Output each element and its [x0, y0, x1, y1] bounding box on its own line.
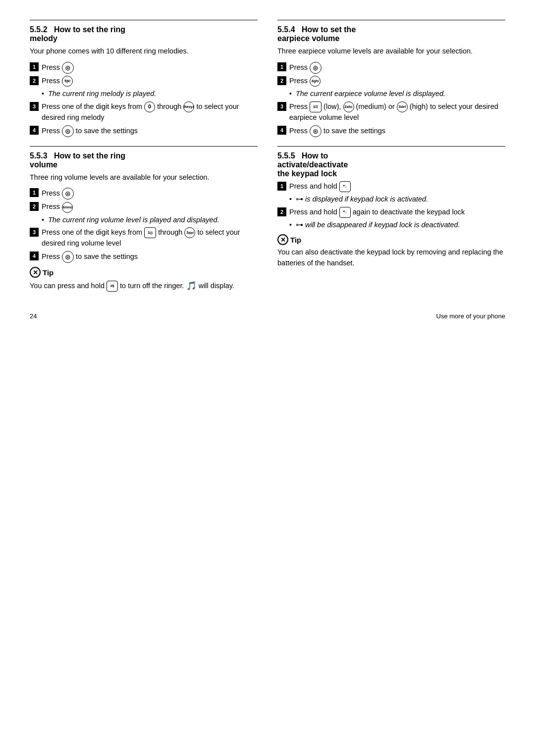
- left-column: 5.5.2 How to set the ringmelody Your pho…: [30, 20, 258, 293]
- bullet-text: ⊶ will be disappeared if keypad lock is …: [296, 220, 460, 231]
- nav-key-icon: ⊛: [62, 62, 74, 74]
- divider-554: [277, 20, 505, 20]
- section-title-552: 5.5.2 How to set the ringmelody: [30, 25, 258, 43]
- tip-555: ✕ Tip You can also deactivate the keypad…: [277, 234, 505, 269]
- section-num-553: 5.5.3: [30, 151, 48, 160]
- bullet-text: ⊶ is displayed if keypad lock is activat…: [296, 194, 428, 205]
- key-star-icon: *○: [339, 181, 351, 192]
- steps-552: 1 Press ⊛ 2 Press 5jkl • The current rin…: [30, 62, 258, 137]
- step-item: 2 Press and hold *○ again to deactivate …: [277, 207, 505, 218]
- key-star2-icon: *○: [339, 207, 351, 218]
- step-item: 1 Press ⊛: [30, 62, 258, 74]
- step-content: Press and hold *○ again to deactivate th…: [289, 207, 505, 218]
- ringer-off-icon: 🎵: [186, 281, 197, 291]
- key-1-icon: 1⊡: [310, 101, 321, 112]
- step-item: 3 Press one of the digit keys from 1⊡ th…: [30, 227, 258, 249]
- key-2-icon: 2abc: [343, 101, 354, 112]
- tip-icon-555: ✕: [277, 234, 288, 245]
- bullet-dot: •: [42, 215, 44, 225]
- step-content: Press ⊛: [289, 62, 505, 74]
- step-content: Press 1⊡ (low), 2abc (medium) or 3def (h…: [289, 101, 505, 123]
- step-num: 1: [277, 62, 286, 71]
- step-content: Press 4ghi: [289, 76, 505, 87]
- lock-icon: ⊶: [296, 195, 303, 203]
- bullet-item: • The current earpiece volume level is d…: [289, 89, 505, 100]
- steps-553: 1 Press ⊛ 2 Press 6mno • The current rin…: [30, 188, 258, 263]
- bullet-item: • ⊶ is displayed if keypad lock is activ…: [289, 194, 505, 205]
- bullet-text: The current earpiece volume level is dis…: [296, 89, 445, 100]
- step-content: Press ⊛ to save the settings: [289, 125, 505, 137]
- step-content: Press ⊛: [42, 62, 258, 74]
- bullet-item: • The current ring volume level is playe…: [42, 215, 258, 226]
- key-4-icon: 4ghi: [310, 76, 321, 87]
- step-item: 3 Press 1⊡ (low), 2abc (medium) or 3def …: [277, 101, 505, 123]
- step-item: 1 Press and hold *○: [277, 181, 505, 192]
- section-title-553: 5.5.3 How to set the ringvolume: [30, 151, 258, 169]
- step-num: 3: [30, 102, 39, 111]
- page-footer: 24 Use more of your phone: [30, 312, 505, 320]
- key-3-icon: 3def: [397, 101, 408, 112]
- key-1low-icon: 1⊡: [144, 227, 156, 238]
- bullet-dot: •: [289, 89, 292, 99]
- tip-label-555: Tip: [290, 236, 301, 244]
- step-num: 4: [30, 126, 39, 135]
- nav-key-icon: ⊛: [62, 125, 74, 137]
- page-wrapper: 5.5.2 How to set the ringmelody Your pho…: [30, 20, 505, 320]
- section-num-552: 5.5.2: [30, 25, 48, 34]
- nav-key-icon: ⊛: [62, 188, 74, 200]
- section-title-555: 5.5.5 How toactivate/deactivatethe keypa…: [277, 151, 505, 178]
- section-intro-553: Three ring volume levels are available f…: [30, 172, 258, 183]
- step-num: 2: [277, 207, 286, 216]
- bullet-dot: •: [42, 89, 44, 99]
- step-item: 2 Press 5jkl: [30, 76, 258, 87]
- bullet-dot: •: [289, 194, 292, 204]
- key-5-icon: 5jkl: [62, 76, 73, 87]
- tip-header-555: ✕ Tip: [277, 234, 505, 245]
- lock-icon2: ⊶: [296, 221, 303, 229]
- step-num: 2: [277, 76, 286, 85]
- nav-key-icon: ⊛: [62, 251, 74, 263]
- tip-553: ✕ Tip You can press and hold #$ to turn …: [30, 267, 258, 293]
- bullet-item: • ⊶ will be disappeared if keypad lock i…: [289, 220, 505, 231]
- divider-552: [30, 20, 258, 20]
- step-num: 3: [30, 228, 39, 237]
- step-num: 1: [30, 188, 39, 197]
- section-num-554: 5.5.4: [277, 25, 295, 34]
- step-content: Press 5jkl: [42, 76, 258, 87]
- step-content: Press 6mno: [42, 202, 258, 212]
- step-item: 4 Press ⊛ to save the settings: [30, 251, 258, 263]
- step-num: 3: [277, 102, 286, 111]
- divider-553: [30, 146, 258, 147]
- key-9-icon: 9wxyz: [183, 101, 194, 112]
- step-content: Press ⊛: [42, 188, 258, 200]
- step-content: Press one of the digit keys from 0 throu…: [42, 101, 258, 123]
- key-hash-icon: #$: [107, 281, 118, 292]
- bullet-item: • The current ring melody is played.: [42, 89, 258, 100]
- step-num: 2: [30, 76, 39, 85]
- step-num: 4: [30, 252, 39, 260]
- step-num: 2: [30, 202, 39, 211]
- section-intro-554: Three earpiece volume levels are availab…: [277, 46, 505, 57]
- step-item: 4 Press ⊛ to save the settings: [277, 125, 505, 137]
- steps-554: 1 Press ⊛ 2 Press 4ghi • The current ear…: [277, 62, 505, 137]
- step-item: 1 Press ⊛: [30, 188, 258, 200]
- right-column: 5.5.4 How to set theearpiece volume Thre…: [277, 20, 505, 293]
- page-number: 24: [30, 312, 37, 320]
- step-content: Press one of the digit keys from 1⊡ thro…: [42, 227, 258, 249]
- step-item: 2 Press 6mno: [30, 202, 258, 212]
- tip-label-553: Tip: [43, 268, 54, 277]
- nav-key-icon: ⊛: [310, 125, 321, 137]
- tip-body-553: You can press and hold #$ to turn off th…: [30, 280, 258, 293]
- step-num: 4: [277, 126, 286, 135]
- step-item: 1 Press ⊛: [277, 62, 505, 74]
- section-title-554: 5.5.4 How to set theearpiece volume: [277, 25, 505, 43]
- section-num-555: 5.5.5: [277, 151, 295, 160]
- tip-header-553: ✕ Tip: [30, 267, 258, 278]
- step-content: Press ⊛ to save the settings: [42, 125, 258, 137]
- key-0-icon: 0: [144, 101, 155, 112]
- bullet-text: The current ring volume level is played …: [48, 215, 219, 226]
- step-content: Press and hold *○: [289, 181, 505, 192]
- bullet-dot: •: [289, 220, 292, 230]
- page-columns: 5.5.2 How to set the ringmelody Your pho…: [30, 20, 505, 293]
- section-intro-552: Your phone comes with 10 different ring …: [30, 46, 258, 57]
